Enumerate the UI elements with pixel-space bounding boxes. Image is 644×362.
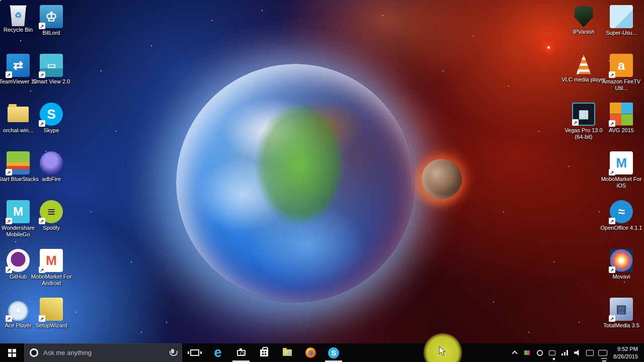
stars-decoration: [0, 0, 1, 1]
desktop-icon-smart-view[interactable]: ▭Smart View 2.0: [35, 54, 68, 85]
desktop-icon-label: TotalMedia 3.5: [599, 322, 644, 329]
tray-app-device-icon: [549, 350, 555, 355]
shortcut-arrow-overlay: [609, 120, 615, 127]
wondershare-mobilego-glyph: M: [13, 206, 23, 218]
skype-button[interactable]: [322, 343, 345, 362]
teamviewer-icon: ⇄: [7, 54, 30, 77]
hidden-icons-chevron-icon: [512, 350, 517, 356]
orchat-win-icon: [8, 107, 29, 122]
edge-icon: [214, 346, 221, 358]
desktop-icon-label: Spotify: [29, 225, 74, 231]
ace-player-glyph: ▲: [15, 306, 22, 313]
recycle-bin-glyph: ♻: [15, 12, 22, 20]
mouse-cursor: [439, 346, 446, 356]
hidden-icons-chevron-button[interactable]: [508, 343, 521, 362]
shortcut-arrow-overlay: [39, 266, 45, 273]
desktop-icon-setupwizard[interactable]: SetupWizard: [35, 298, 68, 329]
firefox-button[interactable]: [299, 343, 322, 362]
search-input[interactable]: [43, 349, 169, 356]
skype-glyph: S: [47, 108, 55, 121]
bitlord-glyph: ♔: [45, 10, 57, 23]
desktop-icon-label: AVG 2015: [599, 127, 644, 134]
desktop-icon-label: SetupWizard: [29, 322, 74, 329]
desktop-icon-mobomarket-ios[interactable]: MMoboMarket For iOS: [605, 151, 638, 189]
amazon-firetv-icon: a: [610, 54, 633, 77]
recycle-bin-icon: ♻: [10, 5, 27, 26]
desktop-icon-adbfire[interactable]: adbFire: [35, 151, 68, 183]
desktop-icon-vlc[interactable]: VLC media player: [567, 54, 600, 83]
mobomarket-android-icon: M: [40, 249, 63, 272]
openoffice-icon: ≈: [610, 200, 633, 223]
taskbar-app-buttons: [183, 343, 345, 362]
desktop-icon-avg-2015[interactable]: AVG 2015: [605, 103, 638, 134]
totalmedia-glyph: ▤: [616, 304, 627, 315]
skype-icon: S: [40, 103, 63, 126]
start-button[interactable]: [0, 343, 24, 362]
desktop-icon-skype[interactable]: SSkype: [35, 103, 68, 134]
action-center-icon: [586, 350, 594, 356]
desktop-icon-label: adbFire: [29, 176, 74, 183]
desktop-icon-wondershare-mobilego[interactable]: MWondershare MobileGo: [2, 200, 35, 238]
firefox-icon: [305, 347, 316, 358]
desktop-icon-openoffice[interactable]: ≈OpenOffice 4.1.1: [605, 200, 638, 231]
file-explorer-button[interactable]: [276, 343, 299, 362]
clock-date: 8/26/2015: [613, 353, 638, 360]
mobomarket-ios-glyph: M: [616, 156, 627, 169]
shortcut-arrow-overlay: [6, 266, 12, 273]
store-button[interactable]: [253, 343, 276, 362]
tray-icons: [508, 343, 609, 362]
adbfire-icon: [40, 151, 63, 174]
desktop-icon-movavi[interactable]: Movavi: [605, 249, 638, 280]
shortcut-arrow-overlay: [609, 315, 615, 322]
openoffice-glyph: ≈: [618, 206, 624, 218]
teamviewer-glyph: ⇄: [13, 59, 23, 71]
desktop-icon-bitlord[interactable]: ♔BitLord: [35, 5, 68, 36]
network-button[interactable]: [558, 343, 571, 362]
taskbar-clock[interactable]: 9:52 PM 8/26/2015: [613, 345, 638, 360]
shortcut-arrow-overlay: [39, 23, 45, 29]
camera-app-icon: [237, 350, 246, 356]
windows-logo-icon: [8, 349, 16, 357]
tray-app-color-button[interactable]: [521, 343, 533, 362]
desktop-icon-ipvanish[interactable]: IPVanish: [567, 5, 600, 35]
desktop-icon-vegas-pro[interactable]: ▦Vegas Pro 13.0 (64-bit): [567, 103, 600, 140]
avg-2015-icon: [610, 103, 633, 126]
touch-keyboard-button[interactable]: [596, 343, 609, 362]
bitlord-icon: ♔: [40, 5, 63, 28]
desktop-icon-spotify[interactable]: ≡Spotify: [35, 200, 68, 231]
tray-app-device-button[interactable]: [546, 343, 558, 362]
ace-player-icon: ▲: [7, 298, 30, 321]
action-center-button[interactable]: [584, 343, 596, 362]
super-usu-icon: [610, 5, 633, 28]
desktop-icon-recycle-bin[interactable]: ♻Recycle Bin: [2, 5, 35, 33]
shortcut-arrow-overlay: [573, 69, 579, 76]
desktop-icon-label: MoboMarket For Android: [29, 274, 74, 287]
desktop-icon-label: Super-Usu...: [599, 30, 644, 36]
vegas-pro-glyph: ▦: [579, 109, 589, 120]
smart-view-icon: ▭: [40, 54, 63, 77]
edge-button[interactable]: [206, 343, 229, 362]
network-icon: [561, 350, 569, 355]
touch-keyboard-icon: [598, 350, 607, 356]
bluestacks-icon: [7, 151, 30, 174]
microphone-icon[interactable]: [169, 349, 177, 357]
volume-button[interactable]: [571, 343, 584, 362]
wondershare-mobilego-icon: M: [7, 200, 30, 223]
ipvanish-icon: [574, 5, 594, 27]
shortcut-arrow-overlay: [6, 315, 12, 322]
volume-icon: [574, 349, 581, 356]
desktop-icon-super-usu[interactable]: Super-Usu...: [605, 5, 638, 36]
shortcut-arrow-overlay: [39, 315, 45, 322]
shortcut-arrow-overlay: [572, 119, 579, 126]
mobomarket-android-glyph: M: [46, 254, 57, 267]
tray-app-ring-button[interactable]: [533, 343, 546, 362]
desktop-icon-mobomarket-android[interactable]: MMoboMarket For Android: [35, 249, 68, 287]
task-view-button[interactable]: [183, 343, 206, 362]
camera-app-button[interactable]: [229, 343, 253, 362]
taskbar: 9:52 PM 8/26/2015: [0, 343, 644, 362]
shortcut-arrow-overlay: [39, 71, 45, 78]
desktop-icon-totalmedia[interactable]: ▤TotalMedia 3.5: [605, 298, 638, 329]
desktop-icon-amazon-firetv[interactable]: aAmazon FireTV Util...: [605, 54, 638, 92]
system-tray: 9:52 PM 8/26/2015: [508, 343, 644, 362]
taskbar-search[interactable]: [24, 343, 182, 362]
